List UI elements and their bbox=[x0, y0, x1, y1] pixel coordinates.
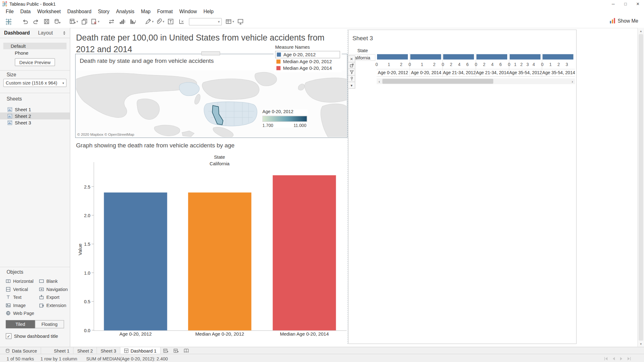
duplicate-sheet-button[interactable] bbox=[80, 17, 89, 26]
size-dropdown[interactable]: Custom size (1516 x 964) ▾ bbox=[3, 79, 66, 87]
swap-panes-icon[interactable] bbox=[62, 30, 66, 35]
sheet3-bar[interactable] bbox=[476, 54, 507, 59]
new-data-source-button[interactable] bbox=[53, 17, 62, 26]
device-preview-button[interactable]: Device Preview bbox=[15, 58, 55, 66]
last-record-icon[interactable] bbox=[627, 356, 632, 361]
scroll-left-icon[interactable]: ‹ bbox=[377, 78, 382, 84]
show-me-button[interactable]: Show Me bbox=[609, 18, 638, 24]
menu-file[interactable]: File bbox=[3, 8, 17, 14]
bar-median-age-0-20-2012[interactable] bbox=[188, 193, 251, 331]
sheet3-horizontal-scrollbar[interactable]: ‹ › bbox=[377, 78, 575, 84]
sidebar-item-sheet-3[interactable]: Sheet 3 bbox=[0, 119, 70, 126]
group-members-button[interactable]: ▾ bbox=[155, 17, 164, 26]
scroll-right-icon[interactable]: › bbox=[570, 78, 575, 84]
sort-ascending-button[interactable] bbox=[118, 17, 127, 26]
tableau-logo-icon[interactable] bbox=[4, 17, 13, 26]
save-button[interactable] bbox=[42, 17, 51, 26]
legend-item-age-0-20-2012[interactable]: Age 0-20, 2012 bbox=[275, 51, 340, 58]
object-extension[interactable]: Extension bbox=[39, 303, 66, 308]
object-export[interactable]: Export bbox=[39, 294, 59, 300]
highlight-button[interactable]: ▾ bbox=[145, 17, 154, 26]
legend-item-median-age-0-20-2014[interactable]: Median Age 0-20, 2014 bbox=[275, 65, 340, 71]
clear-sheet-button[interactable]: ▾ bbox=[90, 17, 99, 26]
tab-sheet-2[interactable]: Sheet 2 bbox=[74, 347, 97, 354]
menu-window[interactable]: Window bbox=[176, 8, 200, 14]
close-button[interactable]: ✕ bbox=[632, 0, 644, 8]
tab-dashboard[interactable]: Dashboard bbox=[0, 30, 34, 36]
menu-dashboard[interactable]: Dashboard bbox=[64, 8, 95, 14]
object-blank[interactable]: Blank bbox=[39, 278, 58, 284]
scroll-up-icon[interactable]: ▴ bbox=[638, 28, 644, 34]
menu-format[interactable]: Format bbox=[154, 8, 176, 14]
sidebar-item-sheet-2[interactable]: Sheet 2 bbox=[0, 112, 70, 119]
sheet3-axis-tick: 4 bbox=[491, 62, 494, 67]
minimize-button[interactable]: ─ bbox=[607, 0, 619, 8]
menu-data[interactable]: Data bbox=[17, 8, 34, 14]
object-horizontal[interactable]: Horizontal bbox=[6, 278, 33, 284]
scrollbar-thumb[interactable] bbox=[382, 79, 493, 84]
use-as-filter-icon[interactable] bbox=[348, 69, 355, 75]
bar-age-0-20-2012[interactable] bbox=[104, 193, 167, 331]
vertical-scrollbar[interactable]: ▴ ▾ bbox=[637, 28, 644, 347]
legend-item-median-age-0-20-2012[interactable]: Median Age 0-20, 2012 bbox=[275, 58, 340, 65]
pin-icon[interactable] bbox=[348, 75, 355, 82]
object-web-page[interactable]: Web Page bbox=[6, 310, 34, 316]
zone-drag-handle[interactable] bbox=[201, 51, 220, 55]
tiled-button[interactable]: Tiled bbox=[6, 320, 35, 328]
floating-button[interactable]: Floating bbox=[35, 320, 64, 328]
tab-data-source[interactable]: Data Source bbox=[2, 347, 41, 354]
object-navigation[interactable]: Navigation bbox=[39, 287, 68, 292]
maximize-button[interactable]: □ bbox=[619, 0, 632, 8]
sheet3-bar[interactable] bbox=[377, 54, 408, 59]
new-dashboard-tab-button[interactable] bbox=[171, 347, 181, 354]
show-dashboard-title-row[interactable]: ✓ Show dashboard title bbox=[6, 333, 58, 339]
first-record-icon[interactable] bbox=[603, 356, 608, 361]
new-worksheet-button[interactable]: ▾ bbox=[69, 17, 78, 26]
menu-worksheet[interactable]: Worksheet bbox=[34, 8, 64, 14]
sidebar-item-sheet-1[interactable]: Sheet 1 bbox=[0, 106, 70, 113]
swap-rows-columns-button[interactable] bbox=[107, 17, 116, 26]
legend-title: Measure Names bbox=[275, 45, 340, 50]
toolbar-combobox[interactable]: ▾ bbox=[189, 18, 222, 25]
object-text[interactable]: Text bbox=[6, 294, 21, 300]
remove-zone-icon[interactable]: ✕ bbox=[348, 55, 355, 62]
undo-button[interactable] bbox=[20, 17, 30, 26]
object-vertical[interactable]: Vertical bbox=[6, 287, 28, 292]
menu-story[interactable]: Story bbox=[95, 8, 113, 14]
sort-descending-button[interactable] bbox=[128, 17, 137, 26]
menu-help[interactable]: Help bbox=[200, 8, 217, 14]
next-record-icon[interactable] bbox=[619, 356, 624, 361]
sheet-name: Sheet 1 bbox=[15, 107, 31, 112]
sheet3-bar[interactable] bbox=[509, 54, 540, 59]
show-mark-labels-button[interactable] bbox=[166, 17, 175, 26]
objects-section-label: Objects bbox=[7, 269, 23, 275]
presentation-mode-button[interactable] bbox=[236, 17, 245, 26]
more-options-icon[interactable]: ▾ bbox=[348, 82, 355, 89]
tab-sheet-1[interactable]: Sheet 1 bbox=[50, 347, 74, 354]
device-phone-row[interactable]: Phone bbox=[3, 50, 66, 56]
checkbox-checked-icon[interactable]: ✓ bbox=[6, 333, 11, 339]
zone-toolbar: ✕ ▾ bbox=[348, 56, 355, 89]
new-story-tab-button[interactable] bbox=[181, 347, 192, 354]
sheet3-column-label: Age 0-20, 2014 bbox=[410, 69, 442, 77]
tab-layout[interactable]: Layout bbox=[34, 30, 57, 36]
go-to-sheet-icon[interactable] bbox=[348, 62, 355, 69]
sheet3-zone[interactable]: Sheet 3 State California 012Age 0-20, 20… bbox=[348, 30, 577, 344]
device-default-row[interactable]: Default bbox=[3, 43, 66, 49]
scrollbar-thumb[interactable] bbox=[639, 34, 643, 341]
tab-sheet-3[interactable]: Sheet 3 bbox=[97, 347, 120, 354]
sheet3-bar[interactable] bbox=[443, 54, 474, 59]
redo-button[interactable] bbox=[31, 17, 40, 26]
bar-median-age-0-20-2014[interactable] bbox=[273, 175, 336, 331]
sheet3-bar[interactable] bbox=[410, 54, 441, 59]
object-image[interactable]: Image bbox=[6, 303, 25, 308]
scroll-down-icon[interactable]: ▾ bbox=[638, 341, 644, 347]
menu-map[interactable]: Map bbox=[138, 8, 154, 14]
fit-selector-button[interactable]: ▾ bbox=[225, 17, 234, 26]
tab-dashboard-1[interactable]: Dashboard 1 bbox=[120, 347, 161, 354]
menu-analysis[interactable]: Analysis bbox=[113, 8, 138, 14]
new-worksheet-tab-button[interactable] bbox=[161, 347, 171, 354]
fix-axes-button[interactable] bbox=[177, 17, 186, 26]
previous-record-icon[interactable] bbox=[611, 356, 616, 361]
sheet3-bar[interactable] bbox=[543, 54, 574, 59]
